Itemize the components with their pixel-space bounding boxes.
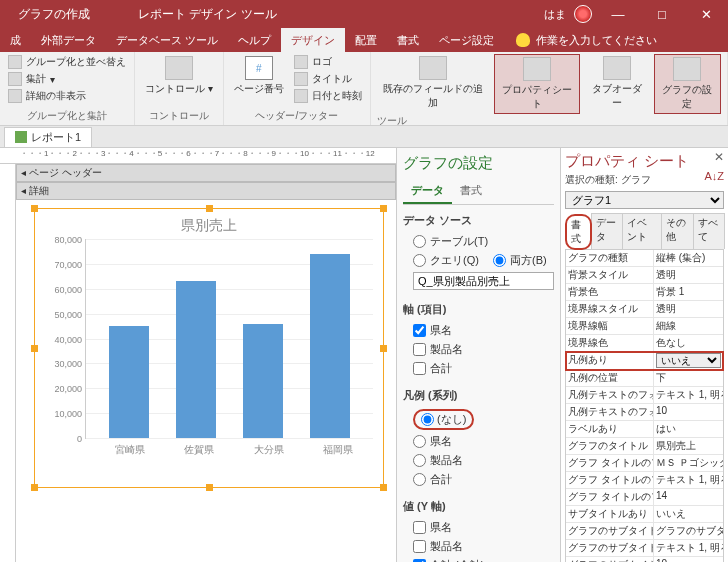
resize-handle[interactable] [31, 205, 38, 212]
resize-handle[interactable] [380, 205, 387, 212]
chart-settings-tab-data[interactable]: データ [403, 179, 452, 204]
resize-handle[interactable] [31, 345, 38, 352]
ribbon-tab-dbtools[interactable]: データベース ツール [106, 28, 228, 52]
property-close-button[interactable]: ✕ [714, 150, 724, 164]
legend-none-radio[interactable] [421, 412, 434, 427]
resize-handle[interactable] [206, 205, 213, 212]
property-value[interactable]: はい [654, 421, 723, 437]
property-value[interactable]: 下 [654, 370, 723, 386]
property-value-select[interactable]: いいえ [656, 353, 721, 368]
logo-button[interactable]: ロゴ [292, 54, 364, 70]
value-pref-checkbox[interactable] [413, 521, 426, 534]
chart-settings-button[interactable]: グラフの設定 [654, 54, 721, 114]
value-product-checkbox[interactable] [413, 540, 426, 553]
property-row[interactable]: 凡例ありいいえ [566, 352, 723, 370]
property-row[interactable]: 凡例テキストのフォント10 [566, 404, 723, 421]
ribbon-tab-pagesetup[interactable]: ページ設定 [429, 28, 504, 52]
property-tab-format[interactable]: 書式 [565, 214, 592, 250]
ribbon-tab-help[interactable]: ヘルプ [228, 28, 281, 52]
property-row[interactable]: グラフ タイトルのフォテキスト 1, 明るめ [566, 472, 723, 489]
close-button[interactable]: ✕ [688, 0, 724, 28]
property-value[interactable]: 色なし [654, 335, 723, 351]
maximize-button[interactable]: □ [644, 0, 680, 28]
property-value[interactable]: 透明 [654, 301, 723, 317]
property-value[interactable]: いいえ [654, 506, 723, 522]
property-tab-all[interactable]: すべて [693, 213, 725, 249]
legend-pref-radio[interactable] [413, 435, 426, 448]
tab-order-button[interactable]: タブオーダー [584, 54, 649, 112]
property-row[interactable]: グラフ タイトルのフォＭＳ Ｐゴシック (日 [566, 455, 723, 472]
section-detail[interactable]: ◂ 詳細 [16, 182, 396, 200]
property-value[interactable]: 縦棒 (集合) [654, 250, 723, 266]
chart-settings-tab-format[interactable]: 書式 [452, 179, 490, 204]
group-sort-button[interactable]: グループ化と並べ替え [6, 54, 128, 70]
hide-details-button[interactable]: 詳細の非表示 [6, 88, 128, 104]
property-value[interactable]: 10 [654, 404, 723, 420]
property-row[interactable]: 境界線スタイル透明 [566, 301, 723, 318]
totals-button[interactable]: 集計 ▾ [6, 71, 128, 87]
controls-gallery-button[interactable]: コントロール ▾ [141, 54, 217, 98]
property-tab-event[interactable]: イベント [622, 213, 662, 249]
property-row[interactable]: サブタイトルありいいえ [566, 506, 723, 523]
title-button[interactable]: タイトル [292, 71, 364, 87]
property-row[interactable]: ラベルありはい [566, 421, 723, 438]
property-row[interactable]: 背景色背景 1 [566, 284, 723, 301]
property-value[interactable]: 県別売上 [654, 438, 723, 454]
legend-total-radio[interactable] [413, 473, 426, 486]
property-value[interactable]: 透明 [654, 267, 723, 283]
section-page-header[interactable]: ◂ ページ ヘッダー [16, 164, 396, 182]
ribbon-tab-arrange[interactable]: 配置 [345, 28, 387, 52]
ribbon-tab-external[interactable]: 外部データ [31, 28, 106, 52]
ribbon-tab-create[interactable]: 成 [0, 28, 31, 52]
axis-total-checkbox[interactable] [413, 362, 426, 375]
ds-both-radio[interactable] [493, 254, 506, 267]
property-value[interactable]: テキスト 1, 明るめ [654, 472, 723, 488]
datetime-button[interactable]: 日付と時刻 [292, 88, 364, 104]
ribbon-tab-design[interactable]: デザイン [281, 28, 345, 52]
chart-object[interactable]: 県別売上 010,00020,00030,00040,00050,00060,0… [34, 208, 384, 488]
add-existing-fields-button[interactable]: 既存のフィールドの追加 [377, 54, 490, 112]
property-value[interactable]: グラフのサブタイトル [654, 523, 723, 539]
property-row[interactable]: グラフのサブタイトルグラフのサブタイトル [566, 523, 723, 540]
resize-handle[interactable] [380, 484, 387, 491]
property-value[interactable]: 背景 1 [654, 284, 723, 300]
property-value[interactable]: 10 [654, 557, 723, 562]
property-sort-button[interactable]: A↓Z [704, 170, 724, 182]
property-row[interactable]: グラフのタイトル県別売上 [566, 438, 723, 455]
property-row[interactable]: 凡例テキストのフォントテキスト 1, 明るめ [566, 387, 723, 404]
property-tab-data[interactable]: データ [591, 213, 623, 249]
resize-handle[interactable] [206, 484, 213, 491]
property-row[interactable]: グラフの種類縦棒 (集合) [566, 250, 723, 267]
user-avatar[interactable] [574, 5, 592, 23]
property-row[interactable]: グラフのサブタイトルテキスト 1, 明るめ [566, 540, 723, 557]
property-object-combo[interactable]: グラフ1 [565, 191, 724, 209]
document-tab-report1[interactable]: レポート1 [4, 127, 92, 147]
property-row[interactable]: 背景スタイル透明 [566, 267, 723, 284]
ds-table-radio[interactable] [413, 235, 426, 248]
detail-section-body[interactable]: 県別売上 010,00020,00030,00040,00050,00060,0… [16, 200, 396, 530]
ds-query-radio[interactable] [413, 254, 426, 267]
property-value[interactable]: ＭＳ Ｐゴシック (日 [654, 455, 723, 471]
resize-handle[interactable] [380, 345, 387, 352]
property-row[interactable]: グラフ タイトルのフォ14 [566, 489, 723, 506]
property-row[interactable]: グラフのサブタイトル10 [566, 557, 723, 562]
property-value[interactable]: いいえ [654, 352, 723, 369]
property-value[interactable]: 細線 [654, 318, 723, 334]
resize-handle[interactable] [31, 484, 38, 491]
property-row[interactable]: 境界線色色なし [566, 335, 723, 352]
property-sheet-button[interactable]: プロパティシート [494, 54, 580, 114]
axis-product-checkbox[interactable] [413, 343, 426, 356]
property-value[interactable]: テキスト 1, 明るめ [654, 540, 723, 556]
ribbon-tab-format[interactable]: 書式 [387, 28, 429, 52]
data-source-input[interactable] [413, 272, 554, 290]
property-tab-other[interactable]: その他 [661, 213, 693, 249]
minimize-button[interactable]: — [600, 0, 636, 28]
property-row[interactable]: 凡例の位置下 [566, 370, 723, 387]
legend-product-radio[interactable] [413, 454, 426, 467]
page-number-button[interactable]: #ページ番号 [230, 54, 288, 98]
tell-me[interactable]: 作業を入力してください [504, 28, 657, 52]
property-value[interactable]: テキスト 1, 明るめ [654, 387, 723, 403]
property-row[interactable]: 境界線幅細線 [566, 318, 723, 335]
report-canvas[interactable]: ・・・1・・・2・・・3・・・4・・・5・・・6・・・7・・・8・・・9・・・1… [0, 148, 396, 562]
property-value[interactable]: 14 [654, 489, 723, 505]
